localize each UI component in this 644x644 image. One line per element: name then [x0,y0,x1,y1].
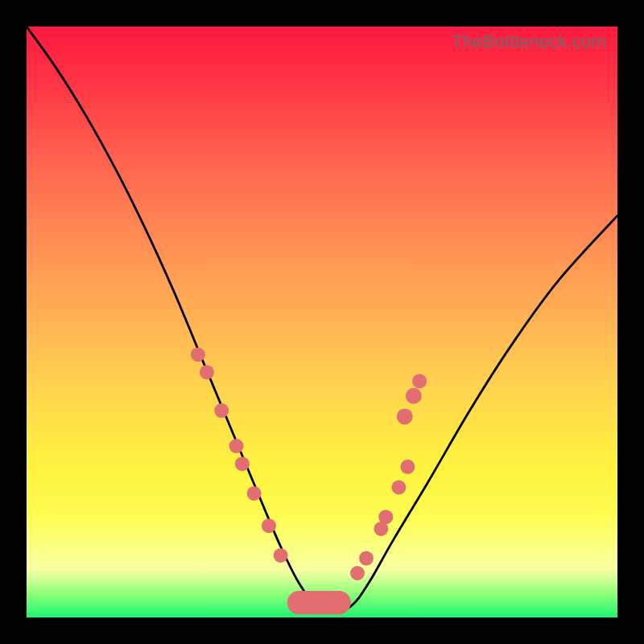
data-dot [359,551,374,566]
data-dot [235,456,250,471]
data-dot [400,460,415,474]
data-dot [274,548,288,563]
data-dot [406,388,422,404]
data-dot [350,566,365,580]
chart-svg [27,27,617,617]
data-dot [397,408,413,424]
data-dot [391,481,406,495]
plot-area: TheBottleneck.com [27,27,617,617]
data-dot [247,486,262,501]
data-dot [200,365,214,379]
bottom-data-blob [287,591,351,614]
data-dot [262,518,276,533]
data-dot [214,403,229,418]
data-dot [378,510,393,524]
data-dot [191,347,205,361]
data-dot [412,374,427,388]
bottleneck-curve [27,27,617,612]
data-dot [229,439,244,453]
chart-frame: TheBottleneck.com [0,0,644,644]
